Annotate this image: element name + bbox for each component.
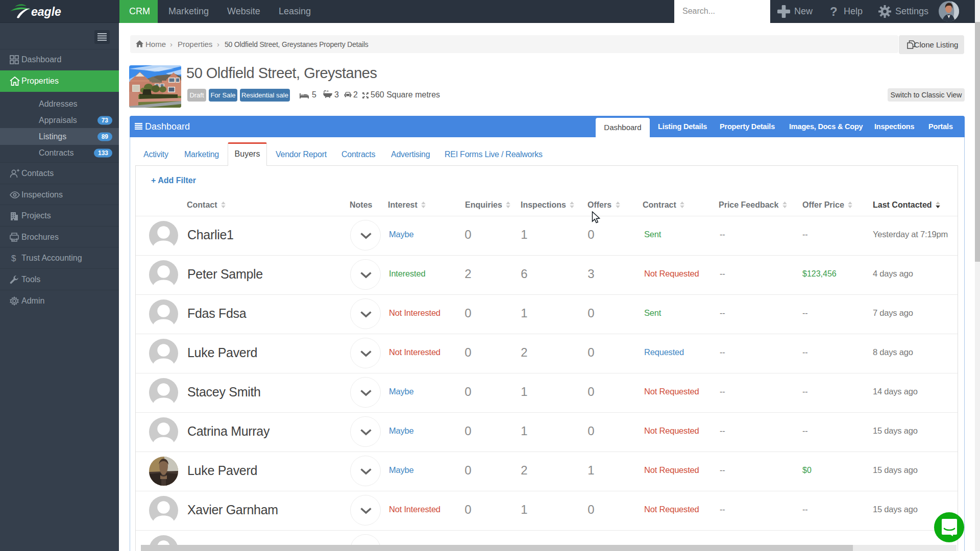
svg-text:$: $ xyxy=(11,254,16,263)
svg-text:eagle: eagle xyxy=(31,5,61,18)
